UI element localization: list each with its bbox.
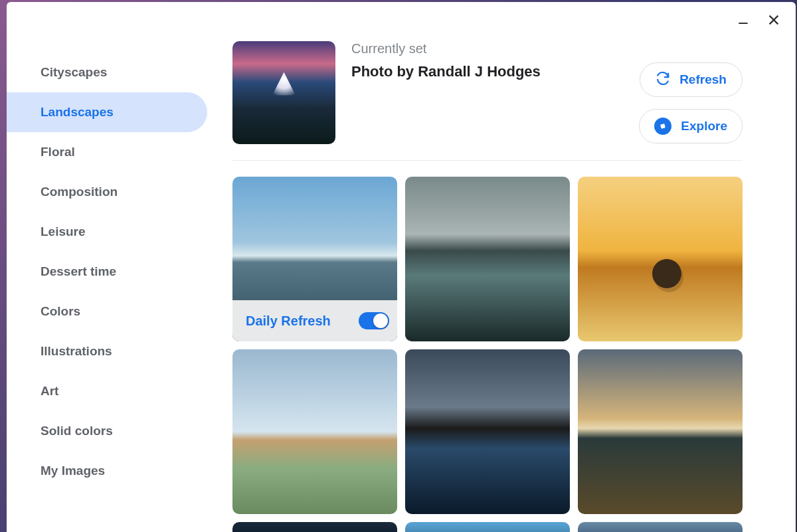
current-wallpaper-thumbnail — [232, 41, 335, 144]
current-photo-credit: Photo by Randall J Hodges — [351, 63, 639, 80]
wallpaper-thumbnail — [578, 177, 743, 341]
wallpaper-tile[interactable] — [232, 349, 397, 514]
wallpaper-thumbnail — [578, 349, 743, 514]
sidebar-item-illustrations[interactable]: Illustrations — [7, 331, 207, 371]
sidebar-item-my-images[interactable]: My Images — [7, 451, 207, 491]
refresh-button-label: Refresh — [679, 72, 727, 87]
daily-refresh-overlay: Daily Refresh — [232, 300, 397, 341]
daily-refresh-label: Daily Refresh — [246, 313, 331, 329]
sidebar-item-composition[interactable]: Composition — [7, 172, 207, 212]
explore-button-label: Explore — [681, 119, 727, 133]
currently-set-label: Currently set — [351, 41, 639, 56]
explore-button[interactable]: Explore — [639, 109, 743, 143]
explore-icon — [654, 118, 671, 135]
titlebar — [7, 2, 796, 38]
wallpaper-tile[interactable] — [578, 522, 743, 532]
wallpaper-thumbnail — [405, 177, 570, 341]
wallpaper-tile[interactable] — [232, 522, 397, 532]
refresh-button[interactable]: Refresh — [640, 62, 743, 97]
current-wallpaper-header: Currently set Photo by Randall J Hodges … — [232, 38, 743, 161]
category-sidebar: Cityscapes Landscapes Floral Composition… — [7, 38, 207, 532]
wallpaper-grid: Daily Refresh — [232, 177, 743, 532]
wallpaper-picker-window: Cityscapes Landscapes Floral Composition… — [7, 2, 796, 532]
wallpaper-thumbnail — [232, 349, 397, 514]
sidebar-item-solid-colors[interactable]: Solid colors — [7, 411, 207, 451]
daily-refresh-toggle[interactable] — [359, 312, 389, 329]
header-actions: Refresh Explore — [639, 41, 743, 143]
wallpaper-tile[interactable] — [578, 349, 743, 514]
sidebar-item-colors[interactable]: Colors — [7, 292, 207, 331]
wallpaper-tile[interactable] — [578, 177, 743, 341]
sidebar-item-landscapes[interactable]: Landscapes — [7, 92, 207, 132]
sidebar-item-art[interactable]: Art — [7, 371, 207, 411]
wallpaper-tile[interactable] — [405, 522, 570, 532]
sidebar-item-floral[interactable]: Floral — [7, 132, 207, 172]
refresh-icon — [656, 71, 670, 89]
minimize-button[interactable] — [736, 13, 751, 27]
close-button[interactable] — [766, 13, 781, 27]
sidebar-item-cityscapes[interactable]: Cityscapes — [7, 52, 207, 92]
wallpaper-tile[interactable] — [405, 177, 570, 341]
sidebar-item-dessert-time[interactable]: Dessert time — [7, 252, 207, 292]
main-panel: Currently set Photo by Randall J Hodges … — [207, 38, 796, 532]
wallpaper-thumbnail — [405, 349, 570, 514]
current-wallpaper-info: Currently set Photo by Randall J Hodges — [335, 41, 639, 80]
wallpaper-tile[interactable] — [405, 349, 570, 514]
sidebar-item-leisure[interactable]: Leisure — [7, 212, 207, 252]
content-area: Cityscapes Landscapes Floral Composition… — [7, 38, 796, 532]
wallpaper-tile-daily-refresh[interactable]: Daily Refresh — [232, 177, 397, 341]
